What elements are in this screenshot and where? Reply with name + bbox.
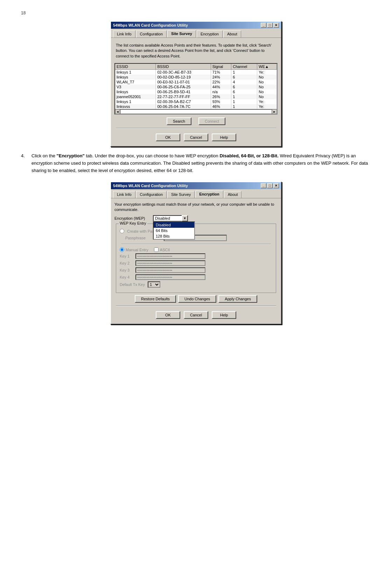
default-tx-label: Default Tx Key: [120, 282, 148, 287]
tab-linkinfo-2[interactable]: Link Info: [113, 191, 135, 198]
dropdown-arrow[interactable]: ▼: [182, 215, 188, 221]
apply-changes-button[interactable]: Apply Changes: [218, 295, 257, 303]
action-buttons: Restore Defaults Undo Changes Apply Chan…: [114, 295, 278, 303]
option-128bits[interactable]: 128 Bits: [154, 233, 194, 239]
site-survey-dialog: 54Mbps WLAN Card Configuration Utility _…: [110, 21, 282, 147]
ascii-checkbox-row: ASCII: [154, 247, 170, 252]
tab-configuration-1[interactable]: Configuration: [136, 30, 167, 38]
default-tx-select[interactable]: 1 2 3 4: [148, 281, 160, 288]
key-input-key1[interactable]: [135, 253, 205, 259]
tab-encryption-1[interactable]: Encryption: [197, 30, 223, 38]
help-button-1[interactable]: Help: [212, 134, 236, 141]
col-channel: Channel: [231, 64, 257, 70]
wep-key-entry-label: WEP Key Entry: [119, 221, 147, 225]
key-input-key2[interactable]: [135, 260, 205, 266]
restore-defaults-button[interactable]: Restore Defaults: [135, 295, 176, 303]
maximize-button-2[interactable]: □: [267, 183, 273, 188]
table-row[interactable]: WLAN_T700-E0-92-11-07-0122%4No: [115, 80, 277, 84]
dropdown-list: Disabled 64 Bits 128 Bits: [153, 221, 195, 240]
ok-button-2[interactable]: OK: [156, 311, 180, 319]
encryption-dialog: 54Mbps WLAN Card Configuration Utility _…: [110, 182, 282, 325]
page-number: 18: [21, 11, 371, 15]
table-row[interactable]: V300-06-25-C6-FA-2544%6No: [115, 84, 277, 89]
manual-entry-row: Manual Entry ASCII: [120, 247, 272, 252]
tabs-bar-2: Link Info Configuration Site Survey Encr…: [111, 189, 281, 198]
minimize-button-2[interactable]: _: [261, 183, 266, 188]
close-button-1[interactable]: ✕: [273, 23, 279, 28]
encryption-label: Encryption (WEP): [114, 216, 153, 220]
tab-linkinfo-1[interactable]: Link Info: [113, 30, 135, 38]
col-we: WE▲: [257, 64, 277, 70]
tab-sitesurvey-1[interactable]: Site Survey: [167, 30, 196, 37]
tab-encryption-2[interactable]: Encryption: [195, 191, 223, 198]
create-passphrase-row: Create with Passphrase: [120, 229, 272, 233]
option-disabled[interactable]: Disabled: [154, 222, 194, 228]
connect-button[interactable]: Connect: [198, 117, 225, 125]
default-tx-row: Default Tx Key 1 2 3 4: [120, 281, 272, 288]
table-row[interactable]: linksys 102-00-3C-AE-B7-3371%1Ye:: [115, 70, 277, 75]
dialog1-content: The list contains available Access Point…: [111, 37, 281, 146]
key-row: Key 2: [120, 260, 272, 266]
table-row[interactable]: linksys00-02-DD-85-12-1924%6No: [115, 75, 277, 80]
key-row: Key 3: [120, 267, 272, 273]
encryption-dropdown-wrapper: Disabled ▼ Disabled 64 Bits 128 Bits: [153, 215, 188, 221]
key-row: Key 1: [120, 253, 272, 259]
title-bar-2: 54Mbps WLAN Card Configuration Utility _…: [111, 182, 281, 189]
step4-text: Click on the "Encryption" tab. Under the…: [31, 152, 371, 174]
warning-text: Your encryption settings must match thos…: [114, 202, 278, 213]
site-survey-info: The list contains available Access Point…: [114, 41, 278, 60]
search-button[interactable]: Search: [167, 117, 191, 125]
dialog2-bottom-buttons: OK Cancel Help: [114, 309, 278, 320]
table-row[interactable]: joanne05200122-77-22-77-FF-FF26%1No: [115, 94, 277, 99]
dialog2-title: 54Mbps WLAN Card Configuration Utility: [113, 184, 188, 188]
key-row: Key 4: [120, 274, 272, 280]
cancel-button-2[interactable]: Cancel: [184, 311, 208, 319]
tab-sitesurvey-2[interactable]: Site Survey: [167, 191, 195, 198]
table-row[interactable]: linksys00-06-25-B9-5D-41n/a6No: [115, 89, 277, 94]
title-bar-1: 54Mbps WLAN Card Configuration Utility _…: [111, 22, 281, 29]
option-64bits[interactable]: 64 Bits: [154, 228, 194, 233]
manual-entry-radio[interactable]: [120, 247, 124, 252]
scroll-left[interactable]: ◄: [115, 109, 120, 114]
wep-key-entry-group: WEP Key Entry Create with Passphrase Pas…: [116, 224, 276, 293]
key-input-key4[interactable]: [135, 274, 205, 280]
manual-entry-label: Manual Entry: [126, 248, 148, 252]
table-row[interactable]: linksys 102-00-39-5A-B2-C793%1Ye:: [115, 99, 277, 104]
undo-changes-button[interactable]: Undo Changes: [178, 295, 216, 303]
col-bssid: BSSID: [156, 64, 211, 70]
col-essid: ESSID: [115, 64, 156, 70]
key-input-key3[interactable]: [135, 267, 205, 273]
tab-configuration-2[interactable]: Configuration: [136, 191, 167, 198]
close-button-2[interactable]: ✕: [273, 183, 279, 188]
encryption-field-row: Encryption (WEP) Disabled ▼ Disabled 64 …: [114, 215, 278, 221]
minimize-button-1[interactable]: _: [261, 23, 266, 28]
col-signal: Signal: [211, 64, 231, 70]
tab-about-2[interactable]: About: [224, 191, 242, 198]
separator-3: [116, 306, 276, 306]
maximize-button-1[interactable]: □: [267, 23, 273, 28]
dialog2-content: Your encryption settings must match thos…: [111, 198, 281, 324]
dialog1-bottom-buttons: OK Cancel Help: [114, 131, 278, 143]
tabs-bar-1: Link Info Configuration Site Survey Encr…: [111, 29, 281, 37]
survey-table: ESSID BSSID Signal Channel WE▲ linksys 1…: [115, 64, 277, 109]
table-row[interactable]: linksvss00-06-25-04-7A-7C46%1Ye:: [115, 104, 277, 109]
help-button-2[interactable]: Help: [212, 311, 236, 319]
separator-2: [121, 244, 271, 245]
step4-paragraph: 4. Click on the "Encryption" tab. Under …: [21, 152, 371, 174]
ascii-checkbox[interactable]: [154, 247, 159, 252]
survey-action-buttons: Search Connect: [114, 117, 278, 125]
dialog1-title: 54Mbps WLAN Card Configuration Utility: [113, 23, 188, 27]
survey-table-container: ESSID BSSID Signal Channel WE▲ linksys 1…: [114, 63, 278, 115]
cancel-button-1[interactable]: Cancel: [184, 134, 208, 141]
ascii-label: ASCII: [160, 248, 170, 252]
step4-number: 4.: [21, 152, 31, 174]
create-passphrase-radio[interactable]: [120, 229, 124, 233]
separator-1: [116, 128, 276, 129]
tab-about-1[interactable]: About: [223, 30, 241, 38]
scroll-right[interactable]: ►: [272, 109, 277, 114]
ok-button-1[interactable]: OK: [156, 134, 180, 141]
passphrase-row: Passphrase: [125, 235, 272, 241]
